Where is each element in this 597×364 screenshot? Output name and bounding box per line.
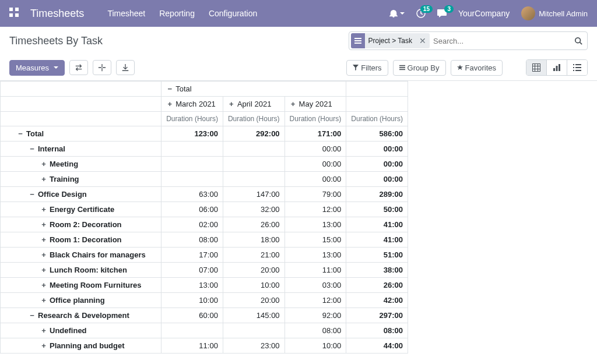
col-total-header[interactable]: −Total [161, 82, 346, 97]
minus-icon[interactable]: − [29, 311, 36, 320]
facet-remove[interactable]: ✕ [416, 36, 430, 45]
nav-timesheet[interactable]: Timesheet [107, 9, 145, 18]
pivot-cell[interactable] [161, 323, 223, 338]
col-month-1[interactable]: +April 2021 [223, 97, 285, 112]
pivot-row-header[interactable]: +Planning and budget [1, 338, 161, 354]
pivot-cell[interactable]: 11:00 [285, 263, 346, 278]
pivot-row-header[interactable]: −Total [1, 126, 161, 142]
view-graph[interactable] [547, 60, 567, 75]
pivot-cell[interactable]: 171:00 [285, 126, 346, 142]
plus-icon[interactable]: + [40, 296, 47, 305]
pivot-cell[interactable]: 41:00 [346, 232, 408, 248]
pivot-cell[interactable]: 08:00 [285, 323, 346, 338]
pivot-cell[interactable]: 26:00 [346, 278, 408, 293]
measure-header[interactable]: Duration (Hours) [223, 112, 285, 126]
pivot-row-header[interactable]: +Meeting [1, 157, 161, 172]
pivot-cell[interactable]: 15:00 [285, 232, 346, 248]
user-menu[interactable]: Mitchell Admin [521, 6, 588, 20]
pivot-cell[interactable] [223, 142, 285, 157]
plus-icon[interactable]: + [40, 175, 47, 183]
pivot-cell[interactable]: 145:00 [223, 308, 285, 323]
measures-button[interactable]: Measures [9, 60, 65, 76]
minus-icon[interactable]: − [29, 144, 36, 153]
activity-icon[interactable]: 15 [416, 9, 426, 18]
pivot-cell[interactable]: 18:00 [223, 232, 285, 248]
search-icon[interactable] [574, 37, 582, 45]
pivot-row-header[interactable]: −Research & Development [1, 308, 161, 323]
plus-icon[interactable]: + [166, 100, 173, 108]
apps-icon[interactable] [9, 8, 21, 19]
pivot-row-header[interactable]: +Energy Certificate [1, 202, 161, 217]
pivot-row-header[interactable]: +Room 2: Decoration [1, 217, 161, 232]
minus-icon[interactable]: − [29, 190, 36, 199]
nav-configuration[interactable]: Configuration [209, 9, 257, 18]
pivot-cell[interactable]: 44:00 [346, 338, 408, 354]
pivot-cell[interactable]: 20:00 [223, 263, 285, 278]
pivot-cell[interactable] [161, 172, 223, 187]
flip-axis-button[interactable] [69, 60, 88, 75]
plus-icon[interactable]: + [40, 326, 47, 335]
pivot-row-header[interactable]: +Office planning [1, 293, 161, 308]
plus-icon[interactable]: + [40, 160, 47, 168]
minus-icon[interactable]: − [17, 129, 24, 138]
pivot-cell[interactable]: 42:00 [346, 293, 408, 308]
pivot-cell[interactable]: 51:00 [346, 248, 408, 263]
plus-icon[interactable]: + [290, 100, 297, 108]
col-month-0[interactable]: +March 2021 [161, 97, 223, 112]
filters-button[interactable]: Filters [346, 60, 388, 76]
pivot-cell[interactable] [223, 323, 285, 338]
col-month-2[interactable]: +May 2021 [285, 97, 346, 112]
pivot-row-header[interactable]: −Office Design [1, 187, 161, 202]
pivot-cell[interactable]: 289:00 [346, 187, 408, 202]
pivot-cell[interactable]: 13:00 [161, 278, 223, 293]
download-button[interactable] [116, 60, 135, 75]
pivot-row-header[interactable]: +Undefined [1, 323, 161, 338]
pivot-cell[interactable]: 06:00 [161, 202, 223, 217]
pivot-row-header[interactable]: −Internal [1, 142, 161, 157]
pivot-cell[interactable]: 60:00 [161, 308, 223, 323]
pivot-cell[interactable]: 20:00 [223, 293, 285, 308]
pivot-cell[interactable]: 63:00 [161, 187, 223, 202]
pivot-cell[interactable]: 147:00 [223, 187, 285, 202]
measure-header[interactable]: Duration (Hours) [346, 112, 408, 126]
pivot-cell[interactable]: 38:00 [346, 263, 408, 278]
plus-icon[interactable]: + [40, 235, 47, 244]
pivot-cell[interactable] [223, 172, 285, 187]
expand-all-button[interactable] [93, 60, 111, 75]
pivot-cell[interactable]: 17:00 [161, 248, 223, 263]
plus-icon[interactable]: + [40, 205, 47, 214]
nav-reporting[interactable]: Reporting [159, 9, 195, 18]
plus-icon[interactable]: + [40, 220, 47, 229]
favorites-button[interactable]: Favorites [451, 60, 503, 76]
pivot-cell[interactable]: 50:00 [346, 202, 408, 217]
pivot-cell[interactable]: 23:00 [223, 338, 285, 354]
pivot-cell[interactable]: 10:00 [285, 338, 346, 354]
view-pivot[interactable] [526, 60, 547, 75]
plus-icon[interactable]: + [228, 100, 235, 108]
pivot-row-header[interactable]: +Black Chairs for managers [1, 248, 161, 263]
pivot-cell[interactable]: 03:00 [285, 278, 346, 293]
pivot-cell[interactable]: 02:00 [161, 217, 223, 232]
notifications-icon[interactable] [389, 9, 405, 17]
plus-icon[interactable]: + [40, 266, 47, 274]
pivot-cell[interactable]: 13:00 [285, 248, 346, 263]
pivot-cell[interactable]: 10:00 [223, 278, 285, 293]
plus-icon[interactable]: + [40, 250, 47, 259]
pivot-cell[interactable]: 00:00 [346, 142, 408, 157]
measure-header[interactable]: Duration (Hours) [161, 112, 223, 126]
plus-icon[interactable]: + [40, 281, 47, 289]
pivot-cell[interactable]: 292:00 [223, 126, 285, 142]
pivot-cell[interactable]: 297:00 [346, 308, 408, 323]
pivot-cell[interactable]: 41:00 [346, 217, 408, 232]
pivot-cell[interactable] [161, 142, 223, 157]
view-list[interactable] [567, 60, 587, 75]
pivot-cell[interactable]: 07:00 [161, 263, 223, 278]
pivot-cell[interactable]: 00:00 [285, 172, 346, 187]
pivot-cell[interactable]: 00:00 [346, 172, 408, 187]
pivot-cell[interactable]: 26:00 [223, 217, 285, 232]
pivot-row-header[interactable]: +Room 1: Decoration [1, 232, 161, 248]
search-input[interactable] [433, 32, 574, 50]
pivot-row-header[interactable]: +Lunch Room: kitchen [1, 263, 161, 278]
company-switcher[interactable]: YourCompany [458, 9, 510, 18]
plus-icon[interactable]: + [40, 341, 47, 350]
